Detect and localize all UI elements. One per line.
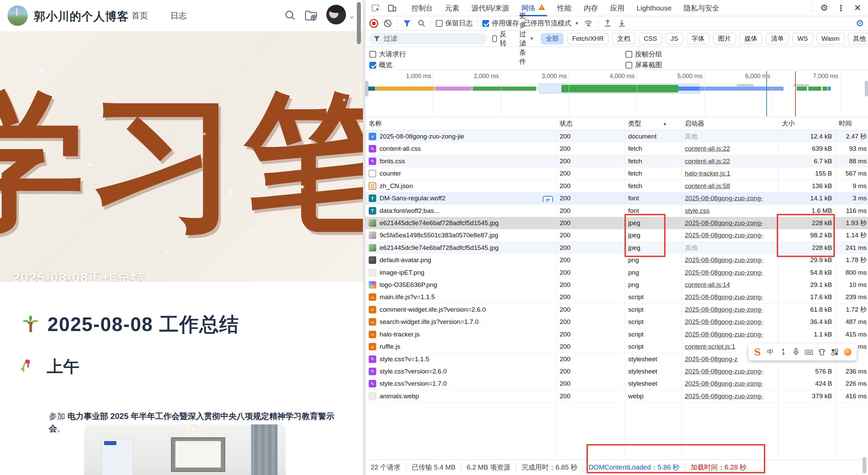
filter-input[interactable] <box>384 35 482 42</box>
filter-chip-JS[interactable]: JS <box>666 33 683 44</box>
preserve-log-checkbox[interactable]: 保留日志 <box>436 19 472 28</box>
close-devtools-icon[interactable]: ✕ <box>854 3 861 13</box>
initiator-link[interactable]: content-all.js:14 <box>685 281 730 288</box>
request-name-cell[interactable]: ‹›comment-widget.iife.js?version=2.6.0 <box>365 306 556 313</box>
request-row[interactable]: counter200fetchhalo-tracker.js:1155 B567… <box>365 167 868 180</box>
initiator-link[interactable]: content-all.js:58 <box>685 182 730 189</box>
microphone-icon[interactable] <box>791 347 801 357</box>
sogou-logo-icon[interactable]: S <box>753 347 762 357</box>
blog-scrollbar-thumb[interactable] <box>357 2 361 44</box>
request-name-cell[interactable]: ✎style.css?version=2.6.0 <box>365 368 556 375</box>
column-separator[interactable] <box>556 117 557 459</box>
nav-item-home[interactable]: 首页 <box>132 10 148 21</box>
column-separator[interactable] <box>681 117 682 459</box>
request-name-cell[interactable]: ‹›halo-tracker.js <box>365 331 556 338</box>
initiator-link[interactable]: 2025-08-08gong-zuo-zong- <box>685 331 763 338</box>
request-name-cell[interactable]: ‹›search-widget.iife.js?version=1.7.0 <box>365 318 556 326</box>
chevron-down-icon[interactable]: ⌄ <box>349 12 355 20</box>
search-network-icon[interactable] <box>417 19 426 28</box>
initiator-cell[interactable]: 2025-08-08gong-zuo-zong- <box>681 232 778 239</box>
filter-chip-文档[interactable]: 文档 <box>612 33 635 44</box>
column-separator[interactable] <box>778 117 779 459</box>
filter-chip-图片[interactable]: 图片 <box>713 33 736 44</box>
request-name-cell[interactable]: ‹›main.iife.js?v=1.1.5 <box>365 293 556 301</box>
devtools-tab-控制台[interactable]: 控制台 <box>405 0 439 16</box>
scrollbar-thumb[interactable] <box>863 457 866 473</box>
initiator-cell[interactable]: 2025-08-08gong-zuo-zong- <box>681 219 778 227</box>
initiator-cell[interactable]: content-all.js:22 <box>681 158 778 165</box>
filter-input-pill[interactable] <box>369 33 487 44</box>
filter-chip-其他[interactable]: 其他 <box>848 33 868 44</box>
disable-cache-checkbox[interactable]: 停用缓存 <box>482 19 519 28</box>
initiator-cell[interactable]: 2025-08-08gong-zuo-zong- <box>681 293 778 301</box>
initiator-cell[interactable]: style.css <box>681 207 778 215</box>
inspect-element-icon[interactable] <box>370 2 382 14</box>
initiator-cell[interactable]: 2025-08-08gong-zuo-zong- <box>681 269 778 276</box>
export-har-icon[interactable] <box>617 19 627 28</box>
initiator-cell[interactable]: 2025-08-08gong-zuo-zong- <box>681 368 778 375</box>
group-by-frame-checkbox[interactable]: 按帧分组 <box>625 50 662 59</box>
overview-checkbox[interactable]: 概览 <box>369 60 392 70</box>
screenshots-checkbox[interactable]: 屏幕截图 <box>625 60 662 70</box>
request-name-cell[interactable]: default-avatar.png <box>365 256 556 264</box>
request-row[interactable]: ✎style.css?version=1.7.0200stylesheet202… <box>365 378 868 390</box>
cursor-dots-icon[interactable] <box>778 347 788 357</box>
site-logo[interactable] <box>7 5 28 26</box>
request-name-cell[interactable]: ✎style.css?version=1.7.0 <box>365 380 556 387</box>
initiator-cell[interactable]: content-all.js:58 <box>681 182 778 190</box>
reveal-request-button[interactable] <box>543 196 553 202</box>
request-name-cell[interactable]: logo-O35E636P.png <box>365 281 556 289</box>
initiator-link[interactable]: 2025-08-08gong-zuo-zong- <box>685 293 763 300</box>
request-row[interactable]: ‹›comment-widget.iife.js?version=2.6.020… <box>365 304 868 316</box>
devtools-tab-隐私与安全[interactable]: 隐私与安全 <box>678 0 726 16</box>
pane-divider[interactable] <box>363 0 365 475</box>
header-initiator[interactable]: 启动器 <box>681 119 778 128</box>
invert-filter-checkbox[interactable]: 反转 <box>492 30 508 48</box>
network-settings-gear-icon[interactable]: ⚙ <box>856 18 864 29</box>
initiator-cell[interactable]: 2025-08-08gong-zuo-zong- <box>681 392 778 400</box>
request-row[interactable]: ‹›search-widget.iife.js?version=1.7.0200… <box>365 316 868 328</box>
initiator-link[interactable]: 2025-08-08gong-zuo-zong- <box>685 318 763 325</box>
filter-chip-CSS[interactable]: CSS <box>639 33 662 44</box>
request-row[interactable]: ‹›halo-tracker.js200script2025-08-08gong… <box>365 328 868 341</box>
overview-left-handle[interactable] <box>365 81 368 96</box>
initiator-link[interactable]: 2025-08-08gong-zuo-zong- <box>685 195 763 202</box>
request-row[interactable]: ‹›main.iife.js?v=1.1.5200script2025-08-0… <box>365 291 868 304</box>
clear-network-log-icon[interactable] <box>383 19 392 28</box>
emoji-ball-icon[interactable] <box>843 347 852 357</box>
initiator-link[interactable]: content-all.js:22 <box>685 158 730 165</box>
request-row[interactable]: ✎style.css?version=2.6.0200stylesheet202… <box>365 365 868 378</box>
initiator-cell[interactable]: 其他 <box>681 132 778 141</box>
initiator-cell[interactable]: 2025-08-08gong-zuo-zong- <box>681 380 778 387</box>
initiator-link[interactable]: 2025-08-08gong-zuo-zong- <box>685 219 763 226</box>
devtools-tab-Lighthouse[interactable]: Lighthouse <box>631 0 678 16</box>
filter-chip-WS[interactable]: WS <box>792 33 813 44</box>
initiator-cell[interactable]: halo-tracker.js:1 <box>681 170 778 177</box>
initiator-link[interactable]: 2025-08-08gong-z <box>685 355 737 363</box>
theme-folder-icon[interactable] <box>305 10 317 22</box>
request-row[interactable]: {}zh_CN.json200fetchcontent-all.js:58136… <box>365 180 868 193</box>
request-name-cell[interactable]: animals.webp <box>365 392 556 400</box>
initiator-link[interactable]: 2025-08-08gong-zuo-zong- <box>685 306 763 313</box>
request-name-cell[interactable]: 9c5fa5ea1498c5501c383a0570e8e87.jpg <box>365 232 556 239</box>
overview-right-handle[interactable] <box>865 81 868 96</box>
filter-icon[interactable] <box>402 19 412 28</box>
initiator-cell[interactable]: 其他 <box>681 243 778 252</box>
filter-chip-字体[interactable]: 字体 <box>687 33 710 44</box>
request-name-cell[interactable]: ✎style.css?v=1.1.5 <box>365 355 556 363</box>
initiator-cell[interactable]: content-all.js:14 <box>681 281 778 289</box>
request-row[interactable]: logo-O35E636P.png200pngcontent-all.js:14… <box>365 279 868 291</box>
header-status[interactable]: 状态 <box>556 119 625 128</box>
request-name-cell[interactable]: ≡2025-08-08gong-zuo-zong-jie <box>365 133 556 140</box>
request-name-cell[interactable]: ✎fonts.css <box>365 158 556 165</box>
toolbox-icon[interactable] <box>830 347 840 357</box>
request-name-cell[interactable]: TDM-Sans-regular.woff2 <box>365 195 556 202</box>
network-overview-timeline[interactable]: 1,000 ms2,000 ms3,000 ms4,000 ms5,000 ms… <box>365 70 868 117</box>
keyboard-icon[interactable] <box>804 347 814 357</box>
initiator-cell[interactable]: 2025-08-08gong-zuo-zong- <box>681 318 778 326</box>
header-name[interactable]: 名称 <box>365 119 556 128</box>
request-name-cell[interactable]: ‹›ruffle.js <box>365 343 556 350</box>
initiator-link[interactable]: 2025-08-08gong-zuo-zong- <box>685 380 763 387</box>
pin-icon[interactable]: 中 <box>766 347 775 357</box>
initiator-link[interactable]: style.css <box>685 207 710 214</box>
